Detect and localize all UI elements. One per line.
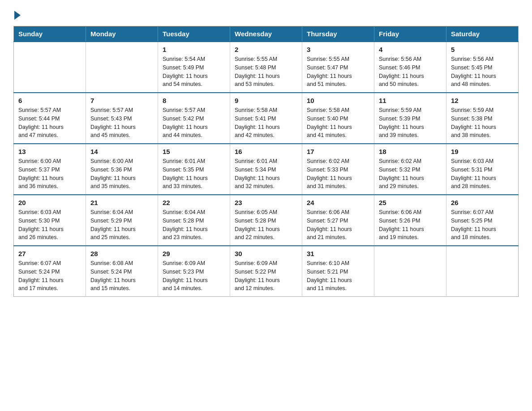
day-number: 25	[379, 199, 442, 206]
day-number: 15	[163, 148, 225, 155]
calendar-week-5: 27Sunrise: 6:07 AM Sunset: 5:24 PM Dayli…	[14, 246, 519, 297]
day-info: Sunrise: 5:54 AM Sunset: 5:49 PM Dayligh…	[163, 55, 225, 89]
calendar-week-3: 13Sunrise: 6:00 AM Sunset: 5:37 PM Dayli…	[14, 144, 519, 195]
weekday-header-wednesday: Wednesday	[230, 26, 302, 42]
day-info: Sunrise: 5:59 AM Sunset: 5:39 PM Dayligh…	[379, 106, 442, 140]
calendar-cell	[86, 42, 158, 93]
day-info: Sunrise: 6:09 AM Sunset: 5:22 PM Dayligh…	[235, 259, 297, 293]
day-info: Sunrise: 5:56 AM Sunset: 5:46 PM Dayligh…	[379, 55, 442, 89]
calendar-cell: 4Sunrise: 5:56 AM Sunset: 5:46 PM Daylig…	[374, 42, 446, 93]
day-number: 7	[90, 97, 153, 104]
weekday-header-thursday: Thursday	[302, 26, 374, 42]
day-info: Sunrise: 6:03 AM Sunset: 5:30 PM Dayligh…	[18, 208, 81, 242]
calendar-table: SundayMondayTuesdayWednesdayThursdayFrid…	[13, 26, 519, 297]
day-number: 13	[18, 148, 81, 155]
day-number: 9	[235, 97, 297, 104]
calendar-cell: 7Sunrise: 5:57 AM Sunset: 5:43 PM Daylig…	[86, 93, 158, 144]
calendar-cell	[14, 42, 86, 93]
weekday-header-friday: Friday	[374, 26, 446, 42]
day-info: Sunrise: 6:06 AM Sunset: 5:26 PM Dayligh…	[379, 208, 442, 242]
day-info: Sunrise: 5:55 AM Sunset: 5:47 PM Dayligh…	[307, 55, 369, 89]
day-number: 22	[163, 199, 225, 206]
calendar-cell	[374, 246, 446, 297]
day-number: 30	[235, 250, 297, 257]
calendar-cell: 22Sunrise: 6:04 AM Sunset: 5:28 PM Dayli…	[158, 195, 230, 246]
day-number: 20	[18, 199, 81, 206]
day-number: 19	[451, 148, 514, 155]
calendar-cell: 20Sunrise: 6:03 AM Sunset: 5:30 PM Dayli…	[14, 195, 86, 246]
day-info: Sunrise: 5:56 AM Sunset: 5:45 PM Dayligh…	[451, 55, 514, 89]
day-info: Sunrise: 6:07 AM Sunset: 5:24 PM Dayligh…	[18, 259, 81, 293]
day-number: 31	[307, 250, 369, 257]
logo	[13, 9, 21, 18]
calendar-cell: 1Sunrise: 5:54 AM Sunset: 5:49 PM Daylig…	[158, 42, 230, 93]
calendar-cell: 5Sunrise: 5:56 AM Sunset: 5:45 PM Daylig…	[446, 42, 519, 93]
day-number: 29	[163, 250, 225, 257]
calendar-cell: 29Sunrise: 6:09 AM Sunset: 5:23 PM Dayli…	[158, 246, 230, 297]
day-number: 14	[90, 148, 153, 155]
day-info: Sunrise: 6:10 AM Sunset: 5:21 PM Dayligh…	[307, 259, 369, 293]
calendar-cell: 17Sunrise: 6:02 AM Sunset: 5:33 PM Dayli…	[302, 144, 374, 195]
day-info: Sunrise: 5:58 AM Sunset: 5:40 PM Dayligh…	[307, 106, 369, 140]
calendar-cell: 3Sunrise: 5:55 AM Sunset: 5:47 PM Daylig…	[302, 42, 374, 93]
calendar-cell: 28Sunrise: 6:08 AM Sunset: 5:24 PM Dayli…	[86, 246, 158, 297]
calendar-cell: 26Sunrise: 6:07 AM Sunset: 5:25 PM Dayli…	[446, 195, 519, 246]
calendar-week-2: 6Sunrise: 5:57 AM Sunset: 5:44 PM Daylig…	[14, 93, 519, 144]
day-number: 27	[18, 250, 81, 257]
calendar-cell: 14Sunrise: 6:00 AM Sunset: 5:36 PM Dayli…	[86, 144, 158, 195]
day-info: Sunrise: 6:02 AM Sunset: 5:33 PM Dayligh…	[307, 157, 369, 191]
day-number: 6	[18, 97, 81, 104]
day-info: Sunrise: 5:55 AM Sunset: 5:48 PM Dayligh…	[235, 55, 297, 89]
day-info: Sunrise: 5:58 AM Sunset: 5:41 PM Dayligh…	[235, 106, 297, 140]
calendar-cell: 30Sunrise: 6:09 AM Sunset: 5:22 PM Dayli…	[230, 246, 302, 297]
day-number: 26	[451, 199, 514, 206]
calendar-cell: 25Sunrise: 6:06 AM Sunset: 5:26 PM Dayli…	[374, 195, 446, 246]
day-number: 1	[163, 46, 225, 53]
calendar-cell: 12Sunrise: 5:59 AM Sunset: 5:38 PM Dayli…	[446, 93, 519, 144]
logo-arrow-icon	[14, 11, 21, 20]
weekday-header-saturday: Saturday	[446, 26, 519, 42]
weekday-header-monday: Monday	[86, 26, 158, 42]
day-info: Sunrise: 6:04 AM Sunset: 5:28 PM Dayligh…	[163, 208, 225, 242]
day-info: Sunrise: 6:01 AM Sunset: 5:35 PM Dayligh…	[163, 157, 225, 191]
day-info: Sunrise: 5:57 AM Sunset: 5:44 PM Dayligh…	[18, 106, 81, 140]
calendar-cell: 21Sunrise: 6:04 AM Sunset: 5:29 PM Dayli…	[86, 195, 158, 246]
day-number: 5	[451, 46, 514, 53]
day-info: Sunrise: 6:02 AM Sunset: 5:32 PM Dayligh…	[379, 157, 442, 191]
calendar-cell: 6Sunrise: 5:57 AM Sunset: 5:44 PM Daylig…	[14, 93, 86, 144]
calendar-cell	[446, 246, 519, 297]
day-info: Sunrise: 6:01 AM Sunset: 5:34 PM Dayligh…	[235, 157, 297, 191]
day-number: 17	[307, 148, 369, 155]
day-info: Sunrise: 6:09 AM Sunset: 5:23 PM Dayligh…	[163, 259, 225, 293]
day-info: Sunrise: 6:07 AM Sunset: 5:25 PM Dayligh…	[451, 208, 514, 242]
calendar-cell: 9Sunrise: 5:58 AM Sunset: 5:41 PM Daylig…	[230, 93, 302, 144]
calendar-cell: 2Sunrise: 5:55 AM Sunset: 5:48 PM Daylig…	[230, 42, 302, 93]
calendar-header-row: SundayMondayTuesdayWednesdayThursdayFrid…	[14, 26, 519, 42]
calendar-cell: 13Sunrise: 6:00 AM Sunset: 5:37 PM Dayli…	[14, 144, 86, 195]
day-number: 24	[307, 199, 369, 206]
day-number: 2	[235, 46, 297, 53]
day-number: 16	[235, 148, 297, 155]
day-info: Sunrise: 5:57 AM Sunset: 5:42 PM Dayligh…	[163, 106, 225, 140]
calendar-cell: 8Sunrise: 5:57 AM Sunset: 5:42 PM Daylig…	[158, 93, 230, 144]
weekday-header-sunday: Sunday	[14, 26, 86, 42]
day-number: 23	[235, 199, 297, 206]
day-number: 11	[379, 97, 442, 104]
calendar-week-4: 20Sunrise: 6:03 AM Sunset: 5:30 PM Dayli…	[14, 195, 519, 246]
day-number: 12	[451, 97, 514, 104]
day-info: Sunrise: 6:03 AM Sunset: 5:31 PM Dayligh…	[451, 157, 514, 191]
calendar-cell: 15Sunrise: 6:01 AM Sunset: 5:35 PM Dayli…	[158, 144, 230, 195]
day-info: Sunrise: 5:57 AM Sunset: 5:43 PM Dayligh…	[90, 106, 153, 140]
calendar-cell: 24Sunrise: 6:06 AM Sunset: 5:27 PM Dayli…	[302, 195, 374, 246]
day-info: Sunrise: 6:08 AM Sunset: 5:24 PM Dayligh…	[90, 259, 153, 293]
calendar-cell: 31Sunrise: 6:10 AM Sunset: 5:21 PM Dayli…	[302, 246, 374, 297]
calendar-cell: 16Sunrise: 6:01 AM Sunset: 5:34 PM Dayli…	[230, 144, 302, 195]
day-info: Sunrise: 6:00 AM Sunset: 5:37 PM Dayligh…	[18, 157, 81, 191]
calendar-cell: 10Sunrise: 5:58 AM Sunset: 5:40 PM Dayli…	[302, 93, 374, 144]
weekday-header-tuesday: Tuesday	[158, 26, 230, 42]
day-number: 8	[163, 97, 225, 104]
day-number: 3	[307, 46, 369, 53]
day-number: 21	[90, 199, 153, 206]
calendar-cell: 11Sunrise: 5:59 AM Sunset: 5:39 PM Dayli…	[374, 93, 446, 144]
calendar-cell: 19Sunrise: 6:03 AM Sunset: 5:31 PM Dayli…	[446, 144, 519, 195]
